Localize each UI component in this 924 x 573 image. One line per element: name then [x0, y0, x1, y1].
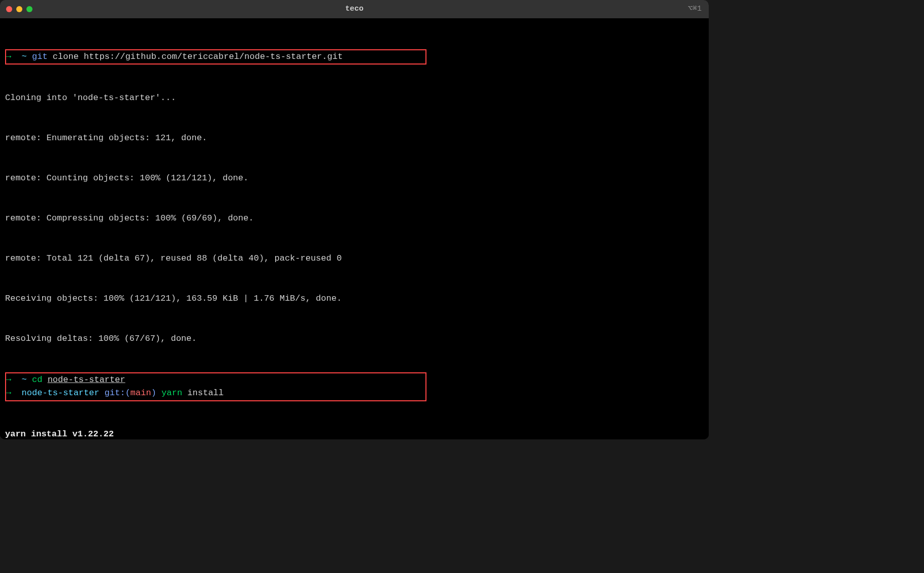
highlight-box-1: → ~ git clone https://github.com/tericca… [5, 49, 426, 65]
prompt-arrow-icon: → [6, 375, 11, 385]
yarn-subcmd: install [187, 388, 223, 398]
window-title: teco [345, 3, 364, 15]
cwd-home: ~ [22, 52, 27, 61]
output-line: remote: Total 121 (delta 67), reused 88 … [5, 252, 704, 265]
prompt-arrow-icon: → [6, 52, 11, 61]
prompt-line-git-clone: → ~ git clone https://github.com/tericca… [6, 50, 425, 63]
traffic-lights [6, 6, 32, 12]
highlight-box-2: → ~ cd node-ts-starter→ node-ts-starter … [5, 372, 426, 401]
cmd-yarn: yarn [161, 388, 182, 398]
maximize-button[interactable] [26, 6, 32, 12]
git-label: git:( [105, 388, 130, 398]
git-branch: main [130, 388, 151, 398]
yarn-install-header: yarn install v1.22.22 [5, 428, 704, 439]
cd-target: node-ts-starter [48, 375, 125, 385]
terminal-window: teco ⌥⌘1 → ~ git clone https://github.co… [0, 0, 709, 439]
prompt-line-cd: → ~ cd node-ts-starter [6, 373, 425, 387]
terminal-content[interactable]: → ~ git clone https://github.com/tericca… [0, 18, 709, 439]
output-line: Receiving objects: 100% (121/121), 163.5… [5, 292, 704, 305]
close-button[interactable] [6, 6, 12, 12]
output-line: Resolving deltas: 100% (67/67), done. [5, 332, 704, 345]
prompt-line-yarn-install: → node-ts-starter git:(main) yarn instal… [6, 387, 425, 400]
git-label-close: ) [151, 388, 156, 398]
prompt-arrow-icon: → [6, 388, 11, 398]
output-line: remote: Compressing objects: 100% (69/69… [5, 212, 704, 225]
cwd-home: ~ [22, 375, 27, 385]
cmd-cd: cd [32, 375, 42, 385]
cwd-name: node-ts-starter [22, 388, 100, 398]
git-clone-args: clone https://github.com/tericcabrel/nod… [53, 52, 343, 61]
output-line: Cloning into 'node-ts-starter'... [5, 91, 704, 105]
titlebar[interactable]: teco ⌥⌘1 [0, 0, 709, 18]
output-line: remote: Enumerating objects: 121, done. [5, 132, 704, 145]
output-line: remote: Counting objects: 100% (121/121)… [5, 172, 704, 185]
cmd-git: git [32, 52, 48, 61]
minimize-button[interactable] [16, 6, 22, 12]
window-shortcut-label: ⌥⌘1 [688, 3, 702, 15]
